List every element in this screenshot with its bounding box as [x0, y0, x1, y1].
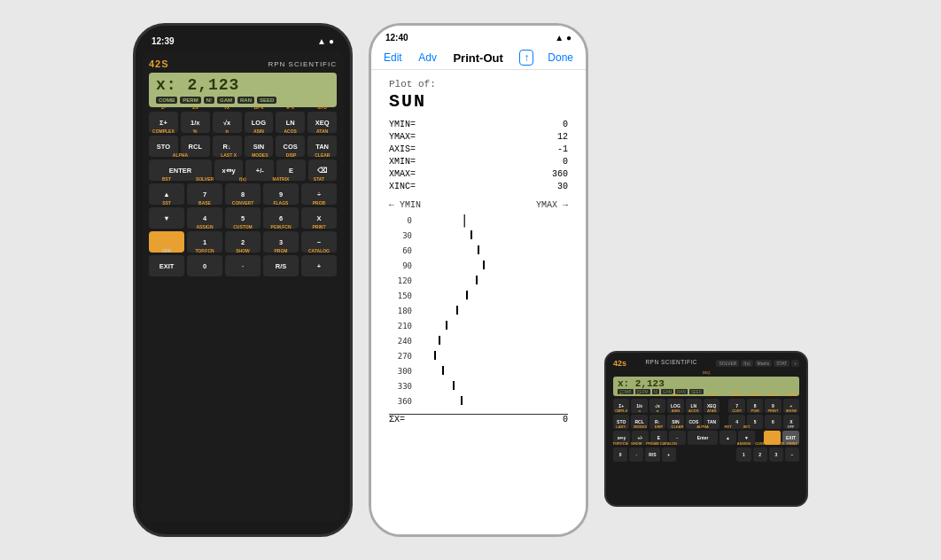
key-row-1: Σ-Σ+ 1/x1/x √x√x 10^xLOG e^xLN GTOXEQ: [149, 112, 337, 133]
param-axis: AXIS=-1: [389, 144, 568, 156]
div-btn[interactable]: ÷: [791, 360, 799, 367]
small-brand: RPN SCIENTIFIC: [645, 359, 697, 368]
chart-row-270: 270: [389, 349, 568, 363]
sum-value: 0: [563, 415, 568, 424]
s-minus[interactable]: PRINT−: [785, 447, 799, 462]
s-1[interactable]: ASSIGN1: [736, 447, 750, 462]
chart-row-150: 150: [389, 289, 568, 303]
toolbar-title: Print-Out: [453, 51, 502, 65]
chart-row-60: 60: [389, 244, 568, 258]
left-status-bar: 12:39 ▲ ●: [144, 36, 341, 46]
center-status: 12:40 ▲ ●: [371, 26, 586, 46]
left-lcd-value: x: 2,123: [156, 76, 330, 94]
chart-row-210: 210: [389, 319, 568, 333]
s-catalog[interactable]: CATALOG+: [662, 447, 676, 462]
param-ymax: YMAX=12: [389, 131, 568, 144]
small-model: 42s: [613, 359, 626, 368]
printout-content: Plot of: SUN YMIN=0 YMAX=12 AXIS=-1 XMIN…: [371, 70, 586, 534]
toolbar-right: ↑ Done: [519, 50, 573, 66]
s-6[interactable]: PRINT6: [765, 415, 781, 429]
adv-button[interactable]: Adv: [418, 51, 437, 64]
left-model: 42S: [149, 58, 169, 69]
lcd-btn-n[interactable]: N!: [204, 97, 214, 104]
left-calc-header: 42S RPN SCIENTIFIC: [149, 58, 337, 69]
left-key-section: Σ-Σ+ 1/x1/x √x√x 10^xLOG e^xLN GTOXEQ CO…: [149, 112, 337, 517]
signal-icon: ●: [329, 36, 334, 46]
lcd-btn-comb[interactable]: COMB: [156, 97, 177, 104]
sum-label: ΣX=: [389, 415, 405, 424]
param-ymin: YMIN=0: [389, 119, 568, 131]
key-rs[interactable]: PRGMR/S: [263, 255, 299, 276]
axis-left: ← YMIN: [389, 200, 421, 210]
deq-label: DEQ: [613, 370, 799, 375]
s-top-fcn[interactable]: TOP.FCN0: [613, 447, 627, 462]
chart-row-90: 90: [389, 259, 568, 273]
center-toolbar: Edit Adv Print-Out ↑ Done: [371, 46, 586, 70]
left-brand: RPN SCIENTIFIC: [268, 60, 337, 68]
s-show[interactable]: SHOW·: [629, 447, 643, 462]
left-calc-body: 42S RPN SCIENTIFIC x: 2,123 COMB PERM N!…: [142, 51, 344, 522]
param-xmax: XMAX=360: [389, 168, 568, 181]
chart-row-0: 0 |: [389, 214, 568, 228]
printout-params: YMIN=0 YMAX=12 AXIS=-1 XMIN=0 XMAX=360 X…: [389, 119, 568, 193]
center-status-icons: ▲ ●: [555, 33, 572, 43]
right-calc: 42s RPN SCIENTIFIC SOLVER f(x) Matrix ST…: [604, 351, 808, 507]
chart-row-360: 360: [389, 394, 568, 408]
key-add[interactable]: CATALOG+: [301, 255, 337, 276]
chart-row-120: 120: [389, 274, 568, 288]
key-row-7: OFFEXIT TOP.FCN0 SHOW· PRGMR/S CATALOG+: [149, 255, 337, 276]
chart-row-300: 300: [389, 364, 568, 378]
small-header: 42s RPN SCIENTIFIC SOLVER f(x) Matrix ST…: [613, 359, 799, 368]
key-chs[interactable]: MODES+/-: [245, 159, 274, 181]
s-enter[interactable]: ALPHAEnter: [688, 431, 718, 445]
fx-btn[interactable]: f(x): [741, 360, 752, 367]
center-wifi: ▲ ●: [555, 33, 572, 43]
s-3[interactable]: PGM.FCN3: [769, 447, 783, 462]
lcd-btn-ran[interactable]: RAN: [237, 97, 254, 104]
key-down[interactable]: SST▼: [149, 207, 184, 229]
key-exit[interactable]: OFFEXIT: [149, 255, 184, 276]
small-row-4: TOP.FCN0 SHOW· PRGM4R/S CATALOG+ ASSIGN1…: [613, 447, 799, 462]
chart: 0 | 30 60 90: [389, 214, 568, 408]
small-keys: Σ-Σ+ 1/x1/x √x√x 10^xLOG e^xLN GTOXEQ BA…: [613, 399, 799, 499]
s-2[interactable]: CUST2: [753, 447, 767, 462]
small-lcd-val: x: 2,123: [618, 378, 795, 389]
wifi-icon: ▲: [317, 36, 326, 46]
key-0[interactable]: TOP.FCN0: [187, 255, 222, 276]
printout-sum: ΣX= 0: [389, 414, 568, 424]
s-prgm4[interactable]: PRGM4R/S: [645, 447, 659, 462]
s-up[interactable]: RET▲: [719, 431, 736, 445]
stat-btn[interactable]: STAT: [774, 360, 789, 367]
left-phone: 12:39 ▲ ● 42S RPN SCIENTIFIC x: 2,123 CO…: [133, 23, 353, 537]
chart-row-180: 180: [389, 304, 568, 318]
left-lcd-row: COMB PERM N! GAM RAN SEED: [156, 97, 330, 104]
left-lcd: x: 2,123 COMB PERM N! GAM RAN SEED: [149, 73, 337, 107]
matrix-btn[interactable]: Matrix: [755, 360, 773, 367]
chart-row-240: 240: [389, 334, 568, 348]
axis-header: ← YMIN YMAX →: [389, 200, 568, 210]
solver-btn[interactable]: SOLVER: [716, 360, 739, 367]
axis-right: YMAX →: [536, 200, 568, 210]
param-xinc: XINC=30: [389, 181, 568, 193]
lcd-btn-perm[interactable]: PERM: [180, 97, 200, 104]
param-xmin: XMIN=0: [389, 156, 568, 168]
chart-row-30: 30: [389, 229, 568, 243]
plot-of-label: Plot of:: [389, 79, 568, 89]
chart-row-330: 330: [389, 379, 568, 393]
center-time: 12:40: [385, 33, 408, 43]
left-time: 12:39: [152, 36, 175, 46]
plot-name: SUN: [389, 91, 568, 112]
share-button[interactable]: ↑: [519, 50, 533, 66]
key-dot[interactable]: SHOW·: [225, 255, 261, 276]
done-button[interactable]: Done: [548, 51, 573, 64]
lcd-btn-gam[interactable]: GAM: [217, 97, 235, 104]
edit-button[interactable]: Edit: [384, 51, 402, 64]
left-status-icons: ▲ ●: [317, 36, 334, 46]
center-phone: 12:40 ▲ ● Edit Adv Print-Out ↑ Done Plot…: [369, 23, 588, 537]
lcd-btn-seed[interactable]: SEED: [257, 97, 276, 104]
